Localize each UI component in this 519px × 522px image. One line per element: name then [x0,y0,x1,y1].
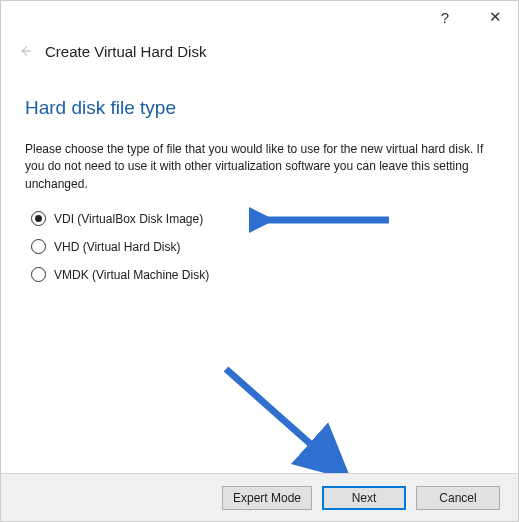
next-button[interactable]: Next [322,486,406,510]
radio-icon [31,239,46,254]
titlebar: ? ✕ [1,1,518,33]
wizard-content: Hard disk file type Please choose the ty… [1,73,518,282]
radio-icon [31,211,46,226]
cancel-button[interactable]: Cancel [416,486,500,510]
arrow-left-icon [17,43,33,59]
wizard-title: Create Virtual Hard Disk [45,43,206,60]
page-heading: Hard disk file type [25,97,494,119]
radio-option-vhd[interactable]: VHD (Virtual Hard Disk) [31,239,494,254]
radio-label: VMDK (Virtual Machine Disk) [54,268,209,282]
radio-icon [31,267,46,282]
back-button[interactable] [13,39,37,63]
close-button[interactable]: ✕ [480,3,510,31]
radio-option-vmdk[interactable]: VMDK (Virtual Machine Disk) [31,267,494,282]
svg-line-2 [226,369,341,471]
radio-label: VDI (VirtualBox Disk Image) [54,212,203,226]
wizard-footer: Expert Mode Next Cancel [1,473,518,521]
radio-label: VHD (Virtual Hard Disk) [54,240,180,254]
help-button[interactable]: ? [430,3,460,31]
annotation-arrow-icon [249,207,399,233]
file-type-radio-group: VDI (VirtualBox Disk Image) VHD (Virtual… [25,211,494,282]
radio-option-vdi[interactable]: VDI (VirtualBox Disk Image) [31,211,494,226]
annotation-arrow-icon [216,359,366,489]
page-description: Please choose the type of file that you … [25,141,494,193]
wizard-header: Create Virtual Hard Disk [1,33,518,73]
expert-mode-button[interactable]: Expert Mode [222,486,312,510]
